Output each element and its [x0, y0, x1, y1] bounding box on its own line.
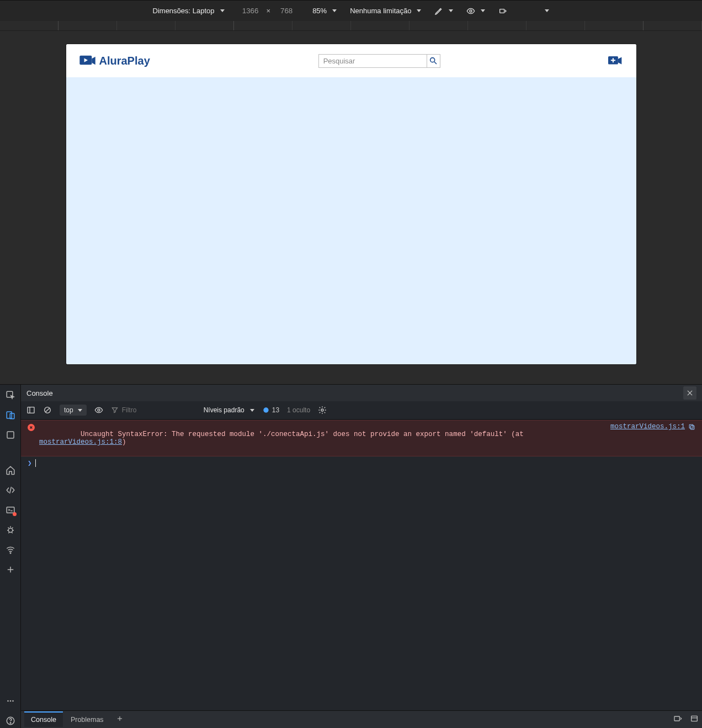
svg-rect-10 — [7, 412, 12, 418]
error-location: mostrarVideos.js:1 — [606, 423, 695, 431]
live-expression-button[interactable] — [94, 406, 103, 415]
execution-context-dropdown[interactable]: top — [60, 405, 87, 416]
network-panel-button[interactable] — [3, 543, 18, 557]
console-prompt[interactable]: ❯ — [21, 456, 702, 470]
dimensions-dropdown[interactable]: Dimensões: Laptop — [153, 7, 225, 15]
add-tab-button[interactable] — [111, 715, 128, 724]
tab-console[interactable]: Console — [24, 711, 63, 727]
error-indicator-dot — [13, 512, 17, 516]
throttling-label: Nenhuma limitação — [350, 7, 411, 15]
filter-input[interactable] — [122, 406, 166, 414]
prompt-caret-icon: ❯ — [28, 459, 32, 467]
rotate-button[interactable] — [498, 7, 507, 15]
svg-rect-37 — [692, 716, 698, 721]
chevron-down-icon — [449, 9, 453, 12]
svg-point-30 — [263, 407, 268, 412]
page-header: AluraPlay — [66, 44, 636, 77]
close-icon — [686, 389, 694, 397]
chevron-down-icon — [481, 9, 485, 12]
svg-rect-1 — [500, 9, 504, 13]
svg-point-0 — [470, 10, 472, 12]
console-error-row[interactable]: ✖ Uncaught SyntaxError: The requested mo… — [21, 420, 702, 456]
svg-rect-13 — [7, 507, 14, 513]
devtools: Console top — [0, 384, 702, 728]
svg-point-29 — [98, 409, 100, 411]
drawer-button-1[interactable] — [673, 714, 682, 725]
issue-icon — [262, 406, 270, 414]
panel-button-1[interactable] — [3, 428, 18, 442]
chevron-down-icon — [78, 409, 82, 412]
visibility-button[interactable] — [466, 7, 485, 15]
clear-console-button[interactable] — [43, 406, 52, 415]
page-frame: AluraPlay — [66, 44, 636, 364]
search-form — [318, 54, 440, 68]
svg-rect-36 — [674, 716, 679, 721]
console-panel-button[interactable] — [3, 503, 18, 517]
svg-rect-32 — [690, 426, 694, 429]
more-toolbar-button[interactable] — [543, 9, 549, 12]
home-panel-button[interactable] — [3, 463, 18, 477]
sidebar-toggle-button[interactable] — [26, 406, 35, 415]
svg-point-15 — [10, 552, 11, 554]
drawer-button-2[interactable] — [690, 714, 699, 725]
chevron-down-icon — [545, 9, 549, 12]
debugger-panel-button[interactable] — [3, 523, 18, 537]
gear-icon — [318, 406, 327, 415]
plus-icon — [116, 715, 124, 722]
console-output[interactable]: ✖ Uncaught SyntaxError: The requested mo… — [21, 420, 702, 710]
error-location-link[interactable]: mostrarVideos.js:1 — [610, 423, 685, 431]
hidden-count: 1 oculto — [287, 406, 310, 414]
device-toolbar: Dimensões: Laptop × 85% Nenhuma limitaçã… — [0, 0, 702, 21]
logo[interactable]: AluraPlay — [79, 55, 150, 67]
error-source-link[interactable]: mostrarVideos.js:1:8 — [39, 438, 122, 446]
more-tools-button[interactable] — [3, 694, 18, 708]
chevron-down-icon — [250, 409, 254, 412]
page-body — [66, 77, 636, 364]
throttling-dropdown[interactable]: Nenhuma limitação — [350, 7, 421, 15]
text-cursor — [35, 459, 36, 467]
copy-icon[interactable] — [688, 423, 695, 431]
svg-point-4 — [430, 58, 435, 62]
devtools-left-rail — [0, 385, 21, 728]
svg-rect-33 — [689, 424, 693, 428]
svg-point-18 — [7, 700, 9, 702]
devtools-main: Console top — [21, 385, 702, 728]
search-icon — [429, 56, 438, 65]
issues-badge[interactable]: 13 — [262, 406, 279, 414]
elements-panel-button[interactable] — [3, 483, 18, 497]
width-input[interactable] — [238, 7, 263, 15]
log-levels-dropdown[interactable]: Níveis padrão — [204, 406, 254, 414]
svg-line-28 — [46, 408, 50, 412]
filter-icon — [111, 406, 119, 414]
svg-rect-12 — [7, 432, 14, 438]
error-icon: ✖ — [28, 424, 35, 431]
chevron-down-icon — [332, 9, 337, 12]
logo-text: AluraPlay — [99, 55, 150, 67]
add-video-icon — [608, 55, 623, 66]
svg-point-22 — [10, 722, 11, 724]
height-input[interactable] — [274, 7, 299, 15]
console-titlebar: Console — [21, 385, 702, 401]
search-button[interactable] — [427, 54, 440, 68]
help-button[interactable] — [3, 714, 18, 728]
device-toggle-button[interactable] — [3, 408, 18, 422]
eyedropper-button[interactable] — [434, 7, 453, 15]
console-settings-button[interactable] — [318, 406, 327, 415]
svg-line-5 — [434, 62, 437, 64]
error-message: Uncaught SyntaxError: The requested modu… — [39, 423, 602, 454]
issues-count: 13 — [272, 406, 279, 414]
svg-point-14 — [8, 528, 13, 533]
svg-point-19 — [9, 700, 11, 702]
inspect-element-button[interactable] — [3, 388, 18, 402]
search-input[interactable] — [318, 54, 427, 68]
add-video-button[interactable] — [608, 55, 623, 66]
svg-rect-25 — [28, 407, 34, 413]
tab-problems[interactable]: Problemas — [64, 713, 110, 727]
zoom-dropdown[interactable]: 85% — [312, 7, 337, 15]
viewport-area: AluraPlay — [0, 31, 702, 384]
console-toolbar: top Níveis padrão 13 1 oculto — [21, 401, 702, 420]
log-levels-label: Níveis padrão — [204, 406, 244, 414]
add-panel-button[interactable] — [3, 562, 18, 577]
close-button[interactable] — [683, 386, 696, 400]
svg-point-31 — [321, 409, 323, 411]
